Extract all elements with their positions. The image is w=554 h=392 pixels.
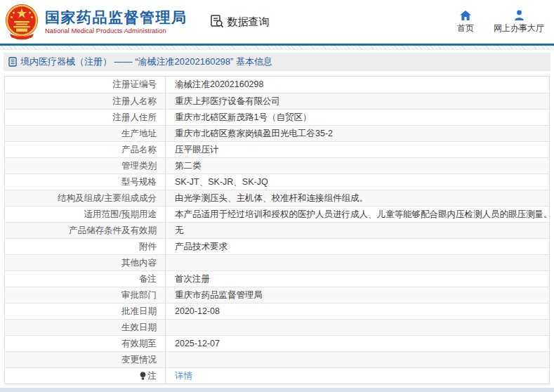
row-label: 生效日期 <box>5 320 166 335</box>
table-row: 附件产品技术要求 <box>5 238 549 254</box>
page: 国家药品监督管理局 National Medical Products Admi… <box>0 0 554 392</box>
row-label: 批准日期 <box>5 303 166 319</box>
row-value-text: 2025-12-07 <box>175 339 220 348</box>
document-search-icon <box>210 14 224 30</box>
row-label-text: 型号规格 <box>121 176 157 188</box>
row-value: 由光学测压头、主机体、校准杆和连接组件组成。 <box>166 190 549 206</box>
row-label: 注册人住所 <box>5 110 166 125</box>
site-subtitle: National Medical Products Administration <box>45 27 187 34</box>
row-label: 结构及组成/主要组成成分 <box>5 190 166 206</box>
row-label: 审批部门 <box>5 287 166 303</box>
table-row: 备注首次注册 <box>5 270 549 287</box>
row-label: 附件 <box>5 239 166 254</box>
user-icon <box>514 10 525 20</box>
row-label-text: 结构及组成/主要组成成分 <box>58 192 157 204</box>
row-value-text: 压平眼压计 <box>175 144 219 156</box>
table-row: 其他内容 <box>5 254 549 270</box>
info-table: 注册证编号渝械注准20202160298注册人名称重庆上邦医疗设备有限公司注册人… <box>4 76 550 384</box>
home-icon <box>460 10 471 20</box>
row-value-text: SK-JT、SK-JR、SK-JQ <box>175 176 268 188</box>
row-value-text: 重庆上邦医疗设备有限公司 <box>175 96 280 107</box>
row-label-text: 生产地址 <box>121 128 157 140</box>
hatch-strip <box>0 46 554 50</box>
bulb-icon <box>140 372 146 380</box>
row-label-text: 注册证编号 <box>113 79 157 91</box>
row-label-text: 注册人住所 <box>113 112 157 124</box>
row-label: 型号规格 <box>5 174 166 190</box>
site-header: 国家药品监督管理局 National Medical Products Admi… <box>0 0 554 44</box>
row-label: 其他内容 <box>5 255 166 270</box>
row-value: 重庆市北碚区蔡家岗镇盈田光电工谷35-2 <box>166 126 549 141</box>
row-value: SK-JT、SK-JR、SK-JQ <box>166 174 549 190</box>
row-value: 渝械注准20202160298 <box>166 77 549 93</box>
row-value <box>166 320 549 335</box>
row-value-text: 产品技术要求 <box>175 241 227 253</box>
row-value-text: 本产品适用于经过培训和授权的医护人员进行成人、儿童等能够配合眼内压检测人员的眼压… <box>175 209 549 221</box>
table-row: 管理类别第二类 <box>5 157 549 174</box>
row-value: 重庆市北碚区新茂路1号（自贸区） <box>166 110 549 125</box>
row-label: 生产地址 <box>5 126 166 141</box>
row-value: 2025-12-07 <box>166 336 549 351</box>
row-label: 变更情况 <box>5 352 166 367</box>
row-value: 重庆市药品监督管理局 <box>166 287 549 303</box>
table-row: 批准日期2020-12-08 <box>5 303 549 319</box>
row-label-text: 附件 <box>139 241 157 253</box>
row-label-text: 审批部门 <box>121 289 157 301</box>
row-label-text: 管理类别 <box>121 160 157 172</box>
row-label-text: 注 <box>148 370 157 382</box>
table-row: 生效日期 <box>5 319 549 335</box>
brand-logo[interactable]: 国家药品监督管理局 National Medical Products Admi… <box>4 3 187 41</box>
nav-service-hall[interactable]: 网上办事大厅 <box>494 10 544 34</box>
breadcrumb: 境内医疗器械（注册） —— “渝械注准20202160298” 基本信息 <box>4 53 550 71</box>
detail-link[interactable]: 详情 <box>175 370 192 382</box>
nav-home-label: 首页 <box>457 22 474 34</box>
row-value <box>166 255 549 270</box>
row-label-text: 产品储存条件及有效期 <box>69 225 157 237</box>
site-title: 国家药品监督管理局 <box>45 9 187 26</box>
row-value-text: 由光学测压头、主机体、校准杆和连接组件组成。 <box>175 192 368 204</box>
table-row: 生产地址重庆市北碚区蔡家岗镇盈田光电工谷35-2 <box>5 125 549 141</box>
row-label: 适用范围/预期用途 <box>5 207 166 222</box>
table-row: 变更情况 <box>5 351 549 367</box>
row-value: 压平眼压计 <box>166 142 549 157</box>
row-label: 注册人名称 <box>5 93 166 109</box>
table-row: 结构及组成/主要组成成分由光学测压头、主机体、校准杆和连接组件组成。 <box>5 190 549 206</box>
row-label: 管理类别 <box>5 158 166 174</box>
row-label-text: 适用范围/预期用途 <box>84 209 157 221</box>
brand-text: 国家药品监督管理局 National Medical Products Admi… <box>45 9 187 34</box>
china-national-emblem-icon <box>4 3 39 41</box>
row-value-text: 第二类 <box>175 160 202 172</box>
row-value-text: 渝械注准20202160298 <box>175 79 263 91</box>
row-label: 有效期至 <box>5 336 166 351</box>
row-value: 首次注册 <box>166 271 549 287</box>
row-value-text: 重庆市北碚区新茂路1号（自贸区） <box>175 112 311 124</box>
row-label-text: 备注 <box>139 273 157 285</box>
row-value-text: 无 <box>175 225 184 237</box>
nav-home[interactable]: 首页 <box>457 10 474 34</box>
nav-service-hall-label: 网上办事大厅 <box>494 22 544 34</box>
row-value-text: 重庆市药品监督管理局 <box>175 289 263 301</box>
top-nav: 首页 网上办事大厅 <box>457 10 544 34</box>
table-row: 注册人名称重庆上邦医疗设备有限公司 <box>5 93 549 109</box>
row-label-text: 产品名称 <box>121 144 157 156</box>
row-value-text: 重庆市北碚区蔡家岗镇盈田光电工谷35-2 <box>175 128 333 140</box>
row-value <box>166 352 549 367</box>
row-label: 备注 <box>5 271 166 287</box>
row-value: 无 <box>166 223 549 238</box>
row-label: 产品名称 <box>5 142 166 157</box>
row-label-text: 注册人名称 <box>113 96 157 107</box>
document-icon <box>8 57 17 67</box>
row-label: 注册证编号 <box>5 77 166 93</box>
table-row: 注册人住所重庆市北碚区新茂路1号（自贸区） <box>5 109 549 125</box>
row-label-text: 批准日期 <box>121 306 157 318</box>
data-query-nav[interactable]: 数据查询 <box>210 14 270 30</box>
row-value: 第二类 <box>166 158 549 174</box>
data-query-label: 数据查询 <box>227 15 270 29</box>
row-value: 本产品适用于经过培训和授权的医护人员进行成人、儿童等能够配合眼内压检测人员的眼压… <box>166 207 549 222</box>
row-value: 产品技术要求 <box>166 239 549 254</box>
row-value-text: 首次注册 <box>175 273 210 285</box>
table-row: 注册证编号渝械注准20202160298 <box>5 77 549 93</box>
row-value: 详情 <box>166 368 549 384</box>
footer-strip <box>0 388 554 392</box>
row-label: 注 <box>5 368 166 384</box>
